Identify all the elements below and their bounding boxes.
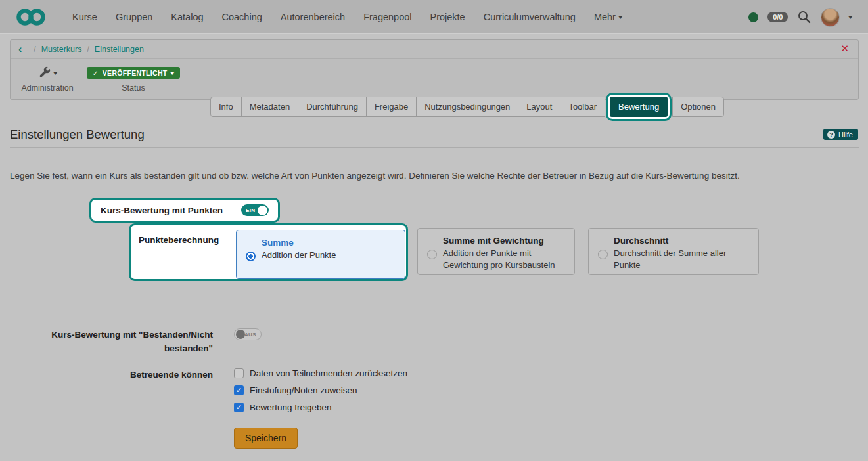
checkbox-label: Daten von Teilnehmenden zurücksetzen xyxy=(250,368,407,378)
toggle-knob xyxy=(236,330,245,339)
header-toolbar: ▾ Administration ✓ VERÖFFENTLICHT ▾ Stat… xyxy=(11,59,858,93)
help-button[interactable]: ? Hilfe xyxy=(823,129,858,140)
page-title: Einstellungen Bewertung xyxy=(10,127,145,142)
tour-highlight-calculation: Punkteberechnung Summe Addition der Punk… xyxy=(129,223,408,281)
administration-menu-button[interactable]: ▾ Administration xyxy=(11,64,84,93)
section-divider xyxy=(234,299,858,299)
chevron-down-icon: ▾ xyxy=(171,70,175,76)
nav-item-kurse[interactable]: Kurse xyxy=(63,12,106,22)
user-avatar[interactable] xyxy=(821,8,840,27)
option-title: Durchschnitt xyxy=(614,236,750,246)
nav-item-autorenbereich[interactable]: Autorenbereich xyxy=(271,12,354,22)
coach-rights-label: Betreuende können xyxy=(10,370,213,380)
calc-option-durchschnitt[interactable]: Durchschnitt Durchschnitt der Summe alle… xyxy=(588,228,759,275)
coach-rights-options: Daten von Teilnehmenden zurücksetzen ✓ E… xyxy=(234,368,407,412)
checkbox-checked-icon[interactable]: ✓ xyxy=(234,385,244,395)
status-menu-button[interactable]: ✓ VERÖFFENTLICHT ▾ Status xyxy=(84,64,183,93)
main-menu: Kurse Gruppen Katalog Coaching Autorenbe… xyxy=(63,12,631,22)
status-label: Status xyxy=(122,83,145,93)
back-chevron-icon[interactable]: ‹ xyxy=(18,44,22,55)
checkbox-row-reset-data[interactable]: Daten von Teilnehmenden zurücksetzen xyxy=(234,368,407,378)
points-toggle[interactable]: EIN xyxy=(241,204,269,216)
close-icon[interactable]: ✕ xyxy=(840,43,849,55)
presence-status-icon xyxy=(748,12,758,22)
checkbox-label: Bewertung freigeben xyxy=(250,403,332,412)
tab-info[interactable]: Info xyxy=(210,97,242,117)
nav-item-gruppen[interactable]: Gruppen xyxy=(106,12,162,22)
infinity-icon xyxy=(16,7,46,28)
tab-layout[interactable]: Layout xyxy=(518,97,560,117)
option-description: Addition der Punkte xyxy=(262,250,397,261)
nav-item-katalog[interactable]: Katalog xyxy=(162,12,212,22)
user-menu-chevron-icon[interactable]: ▾ xyxy=(849,14,853,20)
toggle-knob xyxy=(258,206,267,215)
wrench-icon xyxy=(38,66,51,79)
nav-item-fragenpool[interactable]: Fragenpool xyxy=(354,12,421,22)
question-mark-icon: ? xyxy=(827,131,835,139)
tab-metadaten[interactable]: Metadaten xyxy=(241,97,298,117)
toggle-state-text: EIN xyxy=(246,208,256,213)
option-description: Durchschnitt der Summe aller Punkte xyxy=(614,248,750,271)
openolat-app: Kurse Gruppen Katalog Coaching Autorenbe… xyxy=(0,0,868,461)
settings-tabbar: Info Metadaten Durchführung Freigabe Nut… xyxy=(210,93,724,121)
tab-optionen[interactable]: Optionen xyxy=(672,97,724,117)
help-label: Hilfe xyxy=(838,131,853,139)
tab-bewertung-active[interactable]: Bewertung xyxy=(610,97,668,117)
checkbox-row-assign-grades[interactable]: ✓ Einstufung/Noten zuweisen xyxy=(234,385,407,395)
checkbox-checked-icon[interactable]: ✓ xyxy=(234,403,244,412)
tab-toolbar[interactable]: Toolbar xyxy=(560,97,605,117)
nav-more-label: Mehr xyxy=(594,12,616,22)
search-icon xyxy=(797,10,811,24)
tab-nutzungsbedingungen[interactable]: Nutzungsbedingungen xyxy=(416,97,518,117)
points-toggle-label: Kurs-Bewertung mit Punkten xyxy=(101,206,223,215)
check-icon: ✓ xyxy=(93,69,99,77)
breadcrumb-separator: / xyxy=(34,45,35,54)
notification-counter-badge[interactable]: 0/0 xyxy=(767,12,788,22)
nav-item-projekte[interactable]: Projekte xyxy=(421,12,474,22)
tour-highlight-ring-bewertung: Bewertung xyxy=(606,93,672,121)
tab-freigabe[interactable]: Freigabe xyxy=(366,97,417,117)
openolat-logo[interactable] xyxy=(16,7,46,28)
calc-option-summe[interactable]: Summe Addition der Punkte xyxy=(236,230,405,279)
nav-item-mehr[interactable]: Mehr ▾ xyxy=(585,12,631,22)
status-badge[interactable]: ✓ VERÖFFENTLICHT ▾ xyxy=(87,67,181,79)
nav-item-curriculumverwaltung[interactable]: Curriculumverwaltung xyxy=(474,12,585,22)
tab-durchfuehrung[interactable]: Durchführung xyxy=(298,97,367,117)
breadcrumb: ‹ / Musterkurs / Einstellungen ✕ xyxy=(11,40,858,59)
chevron-down-icon: ▾ xyxy=(618,14,622,20)
checkbox-row-release-assessment[interactable]: ✓ Bewertung freigeben xyxy=(234,403,407,412)
passed-toggle[interactable]: AUS xyxy=(234,328,262,340)
administration-label: Administration xyxy=(21,83,73,93)
save-button[interactable]: Speichern xyxy=(234,428,298,449)
breadcrumb-separator: / xyxy=(87,45,89,54)
calc-option-summe-gewichtung[interactable]: Summe mit Gewichtung Addition der Punkte… xyxy=(417,228,575,275)
navbar-right-cluster: 0/0 ▾ xyxy=(748,0,852,34)
option-title: Summe xyxy=(262,238,397,248)
radio-unselected-icon[interactable] xyxy=(598,250,608,259)
chevron-down-icon: ▾ xyxy=(53,70,57,76)
search-button[interactable] xyxy=(797,10,811,24)
breadcrumb-item-einstellungen[interactable]: Einstellungen xyxy=(95,45,144,54)
title-divider xyxy=(10,147,859,148)
option-title: Summe mit Gewichtung xyxy=(443,236,566,246)
checkbox-label: Einstufung/Noten zuweisen xyxy=(250,385,357,395)
top-navbar: Kurse Gruppen Katalog Coaching Autorenbe… xyxy=(0,0,868,34)
breadcrumb-item-musterkurs[interactable]: Musterkurs xyxy=(41,45,82,54)
checkbox-unchecked-icon[interactable] xyxy=(234,368,244,378)
status-value: VERÖFFENTLICHT xyxy=(103,69,168,77)
radio-unselected-icon[interactable] xyxy=(427,250,437,259)
toggle-state-text: AUS xyxy=(244,332,256,338)
settings-description: Legen Sie fest, wann ein Kurs als bestan… xyxy=(10,170,772,183)
option-description: Addition der Punkte mit Gewichtung pro K… xyxy=(443,248,566,271)
radio-selected-icon[interactable] xyxy=(246,252,256,261)
tour-highlight-points-row: Kurs-Bewertung mit Punkten EIN xyxy=(89,198,280,223)
nav-item-coaching[interactable]: Coaching xyxy=(213,12,271,22)
passed-toggle-label: Kurs-Bewertung mit "Bestanden/Nicht best… xyxy=(47,328,213,356)
calculation-label: Punkteberechnung xyxy=(139,235,219,245)
course-header-panel: ‹ / Musterkurs / Einstellungen ✕ ▾ Admin… xyxy=(10,39,859,100)
